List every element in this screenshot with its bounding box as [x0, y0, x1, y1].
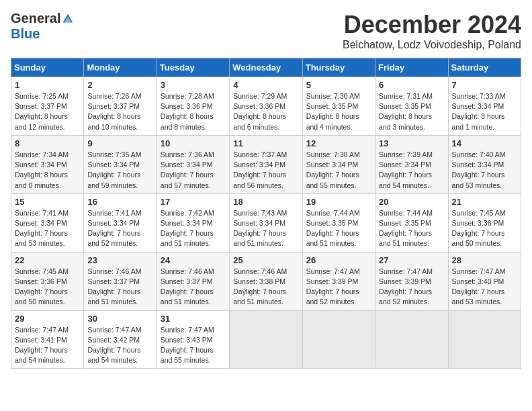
- calendar-cell: 29Sunrise: 7:47 AMSunset: 3:41 PMDayligh…: [11, 310, 84, 369]
- day-number: 27: [379, 255, 444, 265]
- day-number: 10: [161, 138, 226, 148]
- weekday-header-monday: Monday: [84, 58, 157, 77]
- day-number: 3: [161, 80, 226, 90]
- day-info: Sunrise: 7:31 AMSunset: 3:35 PMDaylight:…: [379, 91, 444, 132]
- calendar-cell: 25Sunrise: 7:46 AMSunset: 3:38 PMDayligh…: [230, 252, 302, 310]
- day-info: Sunrise: 7:45 AMSunset: 3:36 PMDaylight:…: [15, 267, 80, 308]
- day-info: Sunrise: 7:47 AMSunset: 3:39 PMDaylight:…: [379, 267, 444, 308]
- calendar-cell: 3Sunrise: 7:28 AMSunset: 3:36 PMDaylight…: [157, 77, 229, 136]
- calendar-table: SundayMondayTuesdayWednesdayThursdayFrid…: [11, 58, 521, 369]
- day-number: 29: [15, 314, 80, 324]
- day-info: Sunrise: 7:45 AMSunset: 3:36 PMDaylight:…: [452, 208, 517, 249]
- day-number: 15: [15, 197, 80, 207]
- day-number: 30: [87, 314, 152, 324]
- weekday-header-wednesday: Wednesday: [230, 58, 302, 77]
- day-info: Sunrise: 7:47 AMSunset: 3:41 PMDaylight:…: [15, 325, 80, 366]
- location-title: Belchatow, Lodz Voivodeship, Poland: [343, 39, 521, 51]
- calendar-cell: 11Sunrise: 7:37 AMSunset: 3:34 PMDayligh…: [230, 135, 302, 193]
- logo-general-text: General: [11, 11, 60, 26]
- day-info: Sunrise: 7:40 AMSunset: 3:34 PMDaylight:…: [452, 150, 517, 191]
- day-number: 9: [87, 138, 152, 148]
- day-number: 19: [306, 197, 371, 207]
- day-number: 13: [379, 138, 444, 148]
- day-info: Sunrise: 7:41 AMSunset: 3:34 PMDaylight:…: [87, 208, 152, 249]
- day-info: Sunrise: 7:44 AMSunset: 3:35 PMDaylight:…: [306, 208, 371, 249]
- day-number: 22: [15, 255, 80, 265]
- day-number: 6: [379, 80, 444, 90]
- day-number: 21: [452, 197, 517, 207]
- weekday-header-saturday: Saturday: [448, 58, 521, 77]
- calendar-cell: 26Sunrise: 7:47 AMSunset: 3:39 PMDayligh…: [302, 252, 375, 310]
- day-number: 23: [87, 255, 152, 265]
- calendar-cell: 5Sunrise: 7:30 AMSunset: 3:35 PMDaylight…: [302, 77, 375, 136]
- day-number: 7: [452, 80, 517, 90]
- calendar-cell: 1Sunrise: 7:25 AMSunset: 3:37 PMDaylight…: [11, 77, 84, 136]
- day-number: 28: [452, 255, 517, 265]
- day-number: 26: [306, 255, 371, 265]
- calendar-cell: 19Sunrise: 7:44 AMSunset: 3:35 PMDayligh…: [302, 193, 375, 252]
- day-info: Sunrise: 7:36 AMSunset: 3:34 PMDaylight:…: [161, 150, 226, 191]
- day-number: 25: [233, 255, 298, 265]
- day-number: 18: [233, 197, 298, 207]
- day-number: 5: [306, 80, 371, 90]
- calendar-cell: [302, 310, 375, 369]
- calendar-cell: 14Sunrise: 7:40 AMSunset: 3:34 PMDayligh…: [448, 135, 521, 193]
- day-number: 31: [161, 314, 226, 324]
- day-info: Sunrise: 7:46 AMSunset: 3:38 PMDaylight:…: [233, 267, 298, 308]
- calendar-cell: 7Sunrise: 7:33 AMSunset: 3:34 PMDaylight…: [448, 77, 521, 136]
- day-info: Sunrise: 7:47 AMSunset: 3:40 PMDaylight:…: [452, 267, 517, 308]
- calendar-cell: 31Sunrise: 7:47 AMSunset: 3:43 PMDayligh…: [157, 310, 229, 369]
- logo-icon: [62, 13, 74, 25]
- day-info: Sunrise: 7:25 AMSunset: 3:37 PMDaylight:…: [15, 91, 80, 132]
- day-info: Sunrise: 7:41 AMSunset: 3:34 PMDaylight:…: [15, 208, 80, 249]
- day-number: 17: [161, 197, 226, 207]
- day-info: Sunrise: 7:47 AMSunset: 3:42 PMDaylight:…: [87, 325, 152, 366]
- title-area: December 2024 Belchatow, Lodz Voivodeshi…: [343, 11, 521, 51]
- day-number: 1: [15, 80, 80, 90]
- month-title: December 2024: [343, 11, 521, 39]
- day-info: Sunrise: 7:43 AMSunset: 3:34 PMDaylight:…: [233, 208, 298, 249]
- weekday-header-sunday: Sunday: [11, 58, 84, 77]
- logo-blue-text: Blue: [11, 26, 40, 42]
- calendar-cell: 23Sunrise: 7:46 AMSunset: 3:37 PMDayligh…: [84, 252, 157, 310]
- day-info: Sunrise: 7:29 AMSunset: 3:36 PMDaylight:…: [233, 91, 298, 132]
- day-number: 2: [87, 80, 152, 90]
- calendar-cell: [375, 310, 448, 369]
- calendar-cell: 21Sunrise: 7:45 AMSunset: 3:36 PMDayligh…: [448, 193, 521, 252]
- day-number: 11: [233, 138, 298, 148]
- calendar-cell: 13Sunrise: 7:39 AMSunset: 3:34 PMDayligh…: [375, 135, 448, 193]
- calendar-cell: 30Sunrise: 7:47 AMSunset: 3:42 PMDayligh…: [84, 310, 157, 369]
- weekday-header-friday: Friday: [375, 58, 448, 77]
- calendar-cell: 27Sunrise: 7:47 AMSunset: 3:39 PMDayligh…: [375, 252, 448, 310]
- calendar-cell: 18Sunrise: 7:43 AMSunset: 3:34 PMDayligh…: [230, 193, 302, 252]
- calendar-cell: 16Sunrise: 7:41 AMSunset: 3:34 PMDayligh…: [84, 193, 157, 252]
- day-info: Sunrise: 7:28 AMSunset: 3:36 PMDaylight:…: [161, 91, 226, 132]
- calendar-cell: 22Sunrise: 7:45 AMSunset: 3:36 PMDayligh…: [11, 252, 84, 310]
- day-info: Sunrise: 7:39 AMSunset: 3:34 PMDaylight:…: [379, 150, 444, 191]
- day-number: 14: [452, 138, 517, 148]
- day-info: Sunrise: 7:34 AMSunset: 3:34 PMDaylight:…: [15, 150, 80, 191]
- calendar-cell: [230, 310, 302, 369]
- day-number: 4: [233, 80, 298, 90]
- day-info: Sunrise: 7:30 AMSunset: 3:35 PMDaylight:…: [306, 91, 371, 132]
- calendar-cell: 24Sunrise: 7:46 AMSunset: 3:37 PMDayligh…: [157, 252, 229, 310]
- day-info: Sunrise: 7:44 AMSunset: 3:35 PMDaylight:…: [379, 208, 444, 249]
- calendar-cell: 9Sunrise: 7:35 AMSunset: 3:34 PMDaylight…: [84, 135, 157, 193]
- calendar-cell: 20Sunrise: 7:44 AMSunset: 3:35 PMDayligh…: [375, 193, 448, 252]
- calendar-cell: 28Sunrise: 7:47 AMSunset: 3:40 PMDayligh…: [448, 252, 521, 310]
- day-info: Sunrise: 7:35 AMSunset: 3:34 PMDaylight:…: [87, 150, 152, 191]
- day-number: 20: [379, 197, 444, 207]
- weekday-header-tuesday: Tuesday: [157, 58, 229, 77]
- day-info: Sunrise: 7:46 AMSunset: 3:37 PMDaylight:…: [161, 267, 226, 308]
- logo: General Blue: [11, 11, 74, 42]
- day-info: Sunrise: 7:38 AMSunset: 3:34 PMDaylight:…: [306, 150, 371, 191]
- day-number: 12: [306, 138, 371, 148]
- day-number: 24: [161, 255, 226, 265]
- day-info: Sunrise: 7:42 AMSunset: 3:34 PMDaylight:…: [161, 208, 226, 249]
- day-number: 8: [15, 138, 80, 148]
- calendar-cell: [448, 310, 521, 369]
- day-info: Sunrise: 7:33 AMSunset: 3:34 PMDaylight:…: [452, 91, 517, 132]
- calendar-cell: 6Sunrise: 7:31 AMSunset: 3:35 PMDaylight…: [375, 77, 448, 136]
- day-number: 16: [87, 197, 152, 207]
- day-info: Sunrise: 7:37 AMSunset: 3:34 PMDaylight:…: [233, 150, 298, 191]
